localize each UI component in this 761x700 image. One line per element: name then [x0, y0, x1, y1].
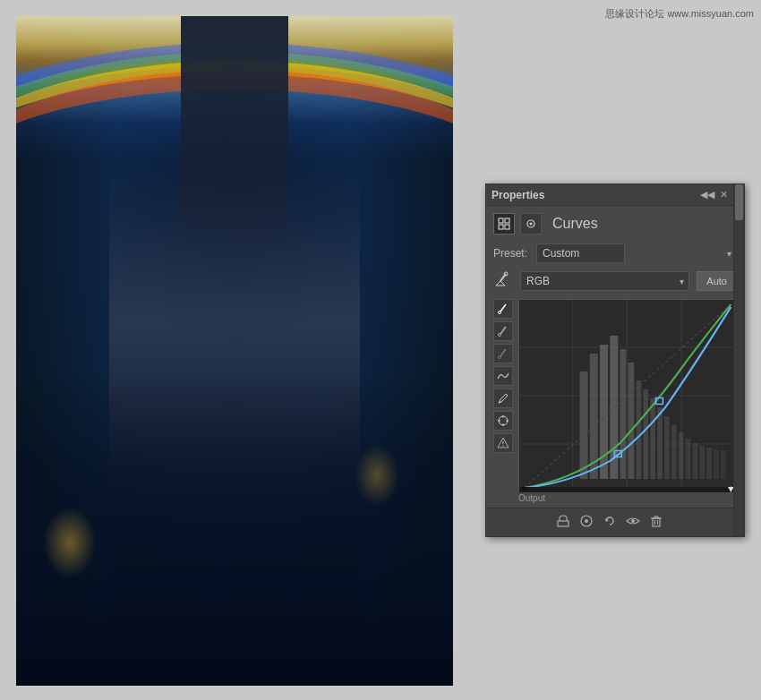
eyedropper-icon: [493, 270, 511, 288]
delete-button[interactable]: [649, 514, 663, 531]
svg-rect-37: [657, 407, 663, 479]
svg-rect-39: [671, 425, 677, 479]
eyedropper-icon-wrapper: [493, 270, 513, 292]
warning-tool[interactable]: [493, 433, 513, 453]
preset-arrow-icon: ▾: [727, 249, 731, 259]
visibility-toggle-button[interactable]: [579, 514, 594, 531]
svg-rect-44: [706, 448, 712, 479]
photo-composite: [16, 16, 453, 686]
curve-adjust-tool[interactable]: [493, 366, 513, 386]
tools-column: [493, 299, 513, 491]
svg-point-20: [502, 445, 504, 447]
channel-select[interactable]: RGB Red Green Blue: [520, 271, 689, 291]
svg-rect-46: [721, 450, 726, 479]
curve-section: [493, 299, 737, 491]
svg-rect-45: [714, 449, 719, 479]
panel-titlebar: Properties ◀◀ ✕ ≡: [486, 184, 744, 206]
svg-point-59: [631, 519, 635, 523]
eye-visibility-button[interactable]: [626, 514, 640, 531]
svg-point-57: [585, 519, 588, 523]
grid-icon: [498, 218, 510, 230]
layer-type-row: Curves: [493, 213, 737, 235]
reset-button[interactable]: [603, 514, 617, 531]
svg-rect-32: [620, 349, 627, 479]
svg-rect-35: [643, 389, 648, 479]
panel-bottom-toolbar: [486, 508, 733, 536]
curves-svg: [519, 300, 736, 492]
trash-icon: [649, 514, 663, 528]
curve-canvas[interactable]: [518, 299, 737, 491]
eye-icon: [626, 514, 640, 528]
svg-rect-60: [653, 518, 660, 526]
grid-icon-btn[interactable]: [493, 213, 515, 235]
svg-rect-28: [580, 371, 588, 479]
eye-circle-icon: [579, 514, 594, 528]
svg-rect-52: [519, 487, 736, 492]
panel-collapse-btn[interactable]: ◀◀: [700, 189, 714, 201]
svg-line-9: [500, 327, 506, 334]
svg-point-8: [499, 312, 501, 314]
properties-panel: Properties ◀◀ ✕ ≡: [485, 184, 745, 537]
eyedropper-black-icon: [497, 325, 509, 337]
preset-row: Preset: Custom Default Strong Contrast L…: [493, 243, 737, 263]
panel-close-btn[interactable]: ✕: [720, 189, 728, 201]
svg-rect-38: [664, 416, 670, 479]
io-label-row: Output: [493, 493, 737, 503]
clip-to-layer-button[interactable]: [556, 514, 570, 531]
clip-icon: [556, 514, 570, 528]
svg-rect-41: [686, 439, 691, 479]
eyedropper-black-tool[interactable]: [493, 321, 513, 341]
eyedropper-gray-icon: [497, 347, 509, 360]
panel-scrollbar[interactable]: [733, 184, 744, 536]
svg-rect-42: [693, 443, 698, 479]
svg-rect-36: [650, 398, 655, 479]
watermark: 思缘设计论坛 www.missyuan.com: [605, 7, 754, 21]
svg-rect-33: [628, 363, 635, 479]
svg-rect-55: [558, 521, 569, 526]
svg-rect-3: [505, 225, 509, 229]
street-light-right: [355, 444, 399, 507]
street-light-left: [43, 507, 97, 578]
target-adjust-tool[interactable]: [493, 411, 513, 431]
svg-rect-1: [505, 218, 509, 223]
canvas-area: [16, 16, 453, 686]
preset-select-wrapper: Custom Default Strong Contrast Lighter D…: [536, 243, 737, 263]
curve-adjust-icon: [497, 370, 509, 382]
svg-rect-2: [499, 225, 503, 229]
svg-line-7: [500, 304, 506, 312]
panel-content: Curves Preset: Custom Default Strong Con…: [486, 206, 744, 510]
auto-button[interactable]: Auto: [697, 271, 737, 291]
preset-label: Preset:: [493, 247, 529, 260]
svg-rect-40: [679, 432, 684, 479]
target-icon: [497, 414, 509, 427]
channel-select-wrapper: RGB Red Green Blue ▾: [520, 271, 689, 291]
panel-title: Properties: [492, 189, 544, 201]
svg-point-10: [499, 334, 501, 337]
camera-icon: [525, 218, 537, 230]
channel-row: RGB Red Green Blue ▾ Auto: [493, 270, 737, 292]
reset-icon: [603, 514, 617, 528]
pencil-tool[interactable]: [493, 388, 513, 408]
svg-rect-0: [499, 218, 503, 223]
output-label: Output: [518, 493, 545, 503]
eyedropper-white-tool[interactable]: [493, 299, 513, 319]
curves-label: Curves: [552, 216, 598, 232]
svg-rect-34: [637, 380, 642, 479]
svg-point-12: [499, 356, 501, 359]
svg-rect-43: [699, 446, 705, 479]
camera-icon-btn[interactable]: [520, 213, 542, 235]
eyedropper-white-icon: [497, 303, 509, 315]
pencil-icon: [497, 392, 509, 405]
eyedropper-gray-tool[interactable]: [493, 344, 513, 363]
svg-point-5: [530, 223, 533, 226]
preset-select[interactable]: Custom Default Strong Contrast Lighter D…: [536, 243, 625, 263]
scrollbar-thumb[interactable]: [735, 184, 743, 220]
warning-icon: [497, 437, 509, 449]
svg-line-11: [500, 349, 506, 356]
